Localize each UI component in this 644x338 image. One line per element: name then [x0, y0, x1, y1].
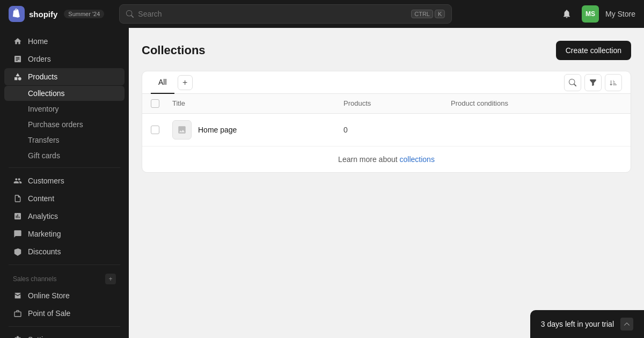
table-header: Title Products Product conditions	[142, 94, 631, 114]
sales-channels-expand[interactable]: +	[105, 274, 116, 284]
topbar: shopify Summer '24 CTRL K MS My Store	[0, 0, 644, 28]
sidebar-item-point-of-sale[interactable]: Point of Sale	[4, 305, 125, 322]
sidebar-label-orders: Orders	[28, 55, 51, 63]
marketing-icon	[13, 229, 23, 239]
online-store-icon	[13, 291, 23, 300]
search-filter-button[interactable]	[564, 74, 581, 91]
products-icon	[13, 72, 23, 82]
sidebar-item-gift-cards[interactable]: Gift cards	[4, 148, 125, 163]
search-shortcut: CTRL K	[411, 10, 445, 18]
card-tabs: All +	[142, 71, 631, 94]
sidebar-divider-1	[9, 167, 120, 168]
collection-name-cell: Home page	[172, 120, 343, 139]
table-row[interactable]: Home page 0	[142, 114, 631, 146]
sidebar-item-discounts[interactable]: Discounts	[4, 243, 125, 260]
select-all-checkbox[interactable]	[151, 99, 159, 108]
chevron-up-icon	[624, 321, 630, 327]
shopify-logo-icon	[9, 6, 25, 22]
tab-all[interactable]: All	[151, 71, 174, 94]
collections-card: All + Title	[142, 71, 631, 173]
customers-icon	[13, 176, 23, 186]
sidebar-label-discounts: Discounts	[28, 247, 61, 256]
sales-channels-section: Sales channels +	[0, 269, 129, 286]
sidebar-item-transfers[interactable]: Transfers	[4, 133, 125, 148]
create-collection-button[interactable]: Create collection	[556, 41, 631, 60]
search-input[interactable]	[138, 10, 407, 18]
content-icon	[13, 194, 23, 203]
sidebar-item-settings[interactable]: Settings	[4, 331, 125, 338]
sidebar-item-online-store[interactable]: Online Store	[4, 287, 125, 304]
row-checkbox-cell	[151, 126, 172, 134]
sidebar-label-purchase-orders: Purchase orders	[28, 120, 83, 129]
sidebar-label-online-store: Online Store	[28, 291, 70, 300]
trial-text: 3 days left in your trial	[541, 320, 614, 328]
learn-more-section: Learn more about collections	[142, 146, 631, 172]
sidebar-item-analytics[interactable]: Analytics	[4, 208, 125, 225]
sidebar-label-collections: Collections	[28, 89, 64, 98]
k-key: K	[435, 10, 445, 18]
collections-link[interactable]: collections	[400, 155, 435, 164]
row-checkbox[interactable]	[151, 126, 159, 134]
ctrl-key: CTRL	[411, 10, 433, 18]
logo-area: shopify Summer '24	[9, 6, 104, 22]
sort-icon	[610, 79, 617, 86]
sidebar-item-content[interactable]: Content	[4, 190, 125, 207]
sidebar-label-pos: Point of Sale	[28, 309, 70, 318]
checkbox-header	[151, 99, 172, 108]
add-tab-button[interactable]: +	[178, 75, 193, 90]
discounts-icon	[13, 247, 23, 256]
sidebar-item-orders[interactable]: Orders	[4, 50, 125, 68]
filter-icon	[589, 79, 597, 86]
sidebar-label-customers: Customers	[28, 177, 64, 185]
sidebar-label-marketing: Marketing	[28, 230, 61, 238]
trial-banner: 3 days left in your trial	[530, 310, 644, 338]
filter-button[interactable]	[584, 74, 602, 91]
sidebar-label-products: Products	[28, 72, 57, 81]
sidebar-label-content: Content	[28, 194, 54, 203]
sidebar-item-inventory[interactable]: Inventory	[4, 101, 125, 116]
sidebar-item-customers[interactable]: Customers	[4, 172, 125, 189]
sidebar-item-purchase-orders[interactable]: Purchase orders	[4, 117, 125, 132]
logo-text: shopify	[29, 10, 57, 19]
learn-more-text: Learn more about	[338, 155, 399, 164]
col-products: Products	[343, 99, 451, 108]
settings-icon	[13, 335, 23, 338]
sidebar-label-home: Home	[28, 37, 48, 46]
sidebar-item-home[interactable]: Home	[4, 33, 125, 50]
notifications-button[interactable]	[558, 5, 575, 23]
search-icon	[569, 79, 576, 86]
sidebar-label-analytics: Analytics	[28, 212, 58, 221]
season-badge: Summer '24	[64, 10, 104, 18]
sidebar: Home Orders Products Collections Invento…	[0, 28, 129, 338]
sales-channels-label: Sales channels	[13, 275, 56, 283]
trial-expand-button[interactable]	[620, 318, 633, 330]
search-icon	[126, 10, 134, 18]
page-title: Collections	[142, 43, 206, 57]
pos-icon	[13, 308, 23, 318]
topbar-right: MS My Store	[558, 5, 635, 23]
col-conditions: Product conditions	[451, 99, 622, 108]
sidebar-label-gift-cards: Gift cards	[28, 151, 60, 160]
sort-button[interactable]	[605, 74, 622, 91]
analytics-icon	[13, 211, 23, 221]
sidebar-label-transfers: Transfers	[28, 136, 60, 144]
sidebar-divider-3	[9, 326, 120, 327]
svg-point-0	[18, 77, 21, 80]
tab-actions	[564, 74, 622, 91]
collection-name: Home page	[198, 126, 237, 134]
sidebar-divider-2	[9, 264, 120, 265]
sidebar-item-products[interactable]: Products	[4, 68, 125, 85]
search-bar[interactable]: CTRL K	[119, 4, 452, 24]
sidebar-item-marketing[interactable]: Marketing	[4, 225, 125, 243]
products-count: 0	[343, 126, 451, 134]
col-title: Title	[172, 99, 343, 108]
sidebar-label-inventory: Inventory	[28, 105, 59, 113]
home-icon	[13, 36, 23, 46]
collection-thumbnail	[172, 120, 192, 139]
avatar[interactable]: MS	[582, 5, 599, 23]
sidebar-item-collections[interactable]: Collections	[4, 86, 125, 101]
page-header: Collections Create collection	[142, 41, 631, 60]
sidebar-label-settings: Settings	[28, 335, 55, 338]
store-name: My Store	[605, 10, 635, 18]
main-layout: Home Orders Products Collections Invento…	[0, 28, 644, 338]
